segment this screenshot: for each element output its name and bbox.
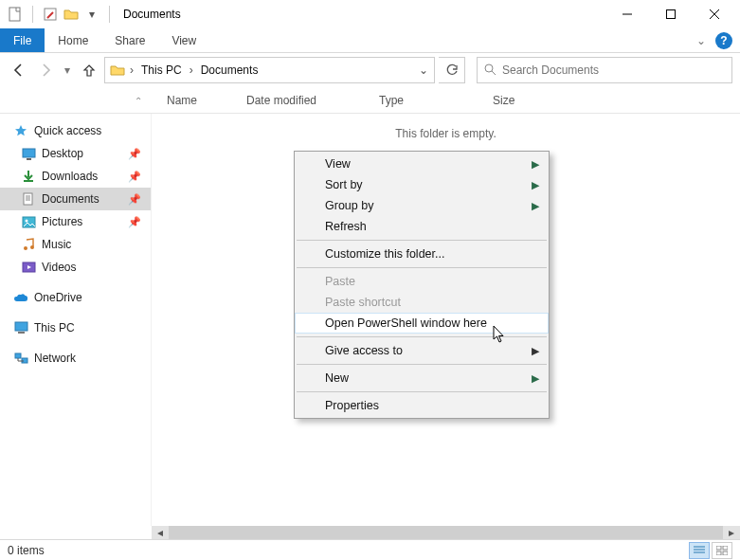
- separator: [32, 6, 33, 23]
- music-icon: [21, 237, 36, 252]
- sidebar-item-label: OneDrive: [34, 291, 82, 304]
- window-title: Documents: [117, 8, 181, 21]
- forward-button[interactable]: [34, 57, 57, 83]
- file-tab[interactable]: File: [0, 28, 45, 52]
- status-bar: 0 items: [0, 539, 740, 560]
- search-icon: [483, 63, 496, 79]
- separator: [109, 6, 110, 23]
- menu-item-label: Properties: [325, 399, 379, 412]
- sidebar-item-pictures[interactable]: Pictures 📌: [0, 210, 151, 233]
- menu-item-label: Paste: [325, 275, 355, 288]
- qat-dropdown-icon[interactable]: ▾: [84, 7, 99, 22]
- menu-item-refresh[interactable]: Refresh: [295, 216, 549, 237]
- menu-item-view[interactable]: View▶: [295, 154, 549, 174]
- recent-locations-button[interactable]: ▾: [61, 57, 74, 83]
- sidebar-item-label: Videos: [42, 261, 76, 274]
- breadcrumb-seg[interactable]: This PC: [137, 63, 186, 77]
- address-bar[interactable]: › This PC › Documents ⌄: [104, 57, 435, 83]
- back-button[interactable]: [8, 57, 30, 83]
- chevron-right-icon[interactable]: ›: [128, 63, 135, 77]
- svg-line-5: [710, 9, 719, 19]
- scroll-track[interactable]: [169, 526, 723, 539]
- column-size[interactable]: Size: [493, 94, 569, 107]
- svg-line-7: [492, 71, 496, 75]
- pin-icon: 📌: [128, 148, 141, 160]
- svg-rect-10: [24, 180, 33, 182]
- menu-item-sort-by[interactable]: Sort by▶: [295, 174, 549, 195]
- sidebar-item-label: Documents: [42, 192, 99, 206]
- submenu-arrow-icon: ▶: [532, 179, 539, 191]
- address-history-dropdown[interactable]: ⌄: [417, 63, 430, 77]
- sidebar-item-onedrive[interactable]: OneDrive: [0, 286, 151, 309]
- help-button[interactable]: ?: [715, 32, 732, 49]
- menu-separator: [297, 336, 547, 337]
- column-type[interactable]: Type: [379, 94, 493, 107]
- file-icon: [8, 7, 23, 22]
- sidebar-item-quick-access[interactable]: Quick access: [0, 119, 151, 142]
- menu-item-new[interactable]: New▶: [295, 368, 549, 388]
- chevron-right-icon[interactable]: ›: [188, 63, 195, 77]
- svg-rect-31: [716, 551, 721, 555]
- sort-indicator-icon: ⌃: [135, 95, 142, 105]
- minimize-button[interactable]: [605, 0, 649, 28]
- svg-rect-3: [667, 10, 676, 19]
- refresh-button[interactable]: [439, 57, 465, 83]
- tab-share[interactable]: Share: [101, 28, 158, 52]
- column-name[interactable]: Name ⌃: [0, 94, 246, 107]
- sidebar-item-this-pc[interactable]: This PC: [0, 316, 151, 339]
- sidebar-item-music[interactable]: Music: [0, 233, 151, 256]
- sidebar-item-label: Pictures: [42, 215, 82, 228]
- sidebar-item-label: Network: [34, 352, 76, 365]
- videos-icon: [21, 260, 36, 275]
- scroll-left-button[interactable]: ◂: [152, 526, 169, 539]
- sidebar-item-videos[interactable]: Videos: [0, 256, 151, 279]
- sidebar-item-desktop[interactable]: Desktop 📌: [0, 142, 151, 165]
- search-input[interactable]: [502, 63, 726, 77]
- sidebar-item-downloads[interactable]: Downloads 📌: [0, 165, 151, 188]
- sidebar-item-documents[interactable]: Documents 📌: [0, 188, 151, 210]
- menu-item-group-by[interactable]: Group by▶: [295, 195, 549, 216]
- submenu-arrow-icon: ▶: [532, 372, 539, 385]
- network-icon: [13, 351, 28, 366]
- up-button[interactable]: [78, 57, 100, 83]
- menu-separator: [297, 364, 547, 365]
- maximize-button[interactable]: [649, 0, 693, 28]
- column-name-label: Name: [167, 94, 197, 107]
- menu-item-powershell[interactable]: Open PowerShell window here: [295, 313, 549, 334]
- sidebar-item-label: Music: [42, 238, 71, 251]
- column-date[interactable]: Date modified: [246, 94, 379, 107]
- search-box[interactable]: [477, 57, 732, 83]
- scroll-right-button[interactable]: ▸: [723, 526, 740, 539]
- horizontal-scrollbar[interactable]: ◂ ▸: [152, 526, 740, 539]
- menu-item-properties[interactable]: Properties: [295, 395, 549, 416]
- menu-item-customize[interactable]: Customize this folder...: [295, 244, 549, 264]
- empty-folder-label: This folder is empty.: [152, 114, 740, 140]
- folder-icon: [109, 62, 126, 79]
- close-button[interactable]: [693, 0, 736, 28]
- details-view-button[interactable]: [689, 542, 710, 559]
- folder-qat-icon[interactable]: [63, 7, 79, 22]
- ribbon-collapse-icon[interactable]: ⌄: [696, 34, 706, 47]
- properties-icon[interactable]: [43, 7, 58, 22]
- svg-line-4: [710, 9, 719, 19]
- this-pc-icon: [13, 320, 28, 335]
- tab-view[interactable]: View: [158, 28, 209, 52]
- thumbnails-view-button[interactable]: [712, 542, 732, 559]
- menu-item-paste: Paste: [295, 271, 549, 292]
- submenu-arrow-icon: ▶: [532, 158, 539, 171]
- tab-home[interactable]: Home: [45, 28, 101, 52]
- downloads-icon: [21, 169, 36, 184]
- pin-icon: 📌: [128, 216, 141, 228]
- menu-item-label: Customize this folder...: [325, 247, 444, 261]
- svg-rect-11: [24, 193, 32, 205]
- quick-access-toolbar: ▾: [4, 6, 117, 23]
- sidebar-item-network[interactable]: Network: [0, 347, 151, 370]
- documents-icon: [21, 191, 36, 207]
- menu-item-give-access[interactable]: Give access to▶: [295, 340, 549, 361]
- menu-item-label: View: [325, 157, 351, 171]
- svg-rect-32: [723, 551, 728, 555]
- svg-point-18: [30, 245, 34, 249]
- context-menu: View▶ Sort by▶ Group by▶ Refresh Customi…: [294, 151, 550, 419]
- menu-separator: [297, 391, 547, 392]
- breadcrumb-seg[interactable]: Documents: [197, 63, 262, 77]
